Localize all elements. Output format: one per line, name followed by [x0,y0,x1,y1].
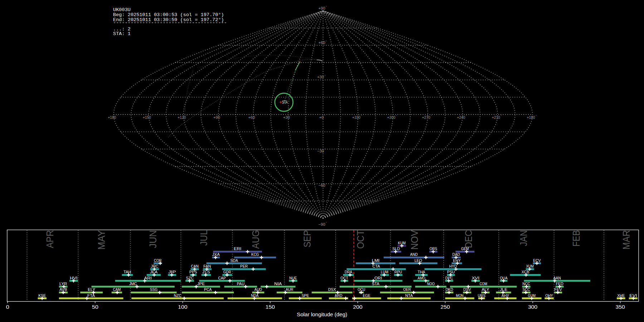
svg-text:OCT: OCT [355,230,366,249]
svg-text:−30°: −30° [317,148,326,153]
svg-text:ARD: ARD [335,293,342,298]
svg-text:AVB: AVB [59,287,67,292]
svg-text:AND: AND [410,252,418,257]
svg-text:AHY: AHY [502,293,509,298]
svg-text:JIP: JIP [168,269,176,274]
svg-text:+210°: +210° [492,115,502,119]
svg-text:NTA: NTA [405,293,413,298]
svg-text:STA: 1: STA: 1 [113,31,131,36]
svg-text:JUN: JUN [147,230,158,248]
svg-text:+120°: +120° [178,115,188,119]
svg-text:ECV: ECV [533,258,541,263]
svg-text:FED: FED [556,281,563,286]
svg-text:KSE: KSE [38,293,46,298]
svg-text:AUD: AUD [254,287,262,292]
svg-text:DSV: DSV [463,287,471,292]
svg-text:STA: STA [282,100,288,105]
svg-text:+30°: +30° [283,115,292,119]
svg-text:MAY: MAY [96,230,107,250]
svg-text:SLD: SLD [392,246,400,251]
svg-text:GUM: GUM [528,293,536,298]
svg-text:50: 50 [92,304,98,310]
svg-text:QUA: QUA [500,275,508,280]
svg-text:150: 150 [265,304,275,310]
svg-text:FAN: FAN [203,264,211,268]
svg-text:UK003U: UK003U [113,7,131,13]
svg-text:JEA: JEA [150,269,158,274]
svg-text:NDA: NDA [251,293,259,298]
svg-text:JPE: JPE [197,281,205,286]
svg-text:ZCS: ZCS [203,269,210,274]
svg-text:ERI: ERI [234,246,241,251]
svg-text:EVI: EVI [629,293,637,298]
svg-text:OHY: OHY [545,293,553,298]
svg-text:NUE: NUE [289,275,297,280]
svg-text:STA: STA [372,281,380,286]
svg-text:350: 350 [616,304,625,310]
svg-text:COM: COM [479,281,487,286]
svg-text:KCG: KCG [251,252,259,257]
svg-text:+330°: +330° [352,115,362,119]
svg-text:+240°: +240° [457,115,467,119]
svg-text:FEB: FEB [570,230,582,247]
svg-text:LYR: LYR [59,281,67,286]
svg-text:DPC: DPC [445,275,453,280]
svg-text:COR: COR [154,258,161,263]
svg-text:200: 200 [353,304,362,310]
svg-text:JAN: JAN [518,230,529,246]
svg-text:SSG: SSG [150,287,157,292]
svg-text:DAD: DAD [452,252,460,257]
svg-text:PPS: PPS [189,269,197,274]
svg-text:GDR: GDR [223,269,231,274]
svg-text:LMI: LMI [372,258,379,263]
svg-text:Beg: 20251011 03:00:53 (sol =: Beg: 20251011 03:00:53 (sol = 197.70°) [113,12,224,18]
svg-text:MON: MON [456,293,463,298]
svg-text:ALY: ALY [482,287,489,292]
svg-text:KUM: KUM [398,240,405,245]
svg-text:CTA: CTA [372,264,380,268]
svg-text:JMC: JMC [129,281,137,286]
svg-text:JRC: JRC [151,264,158,268]
svg-text:FEV: FEV [554,287,562,292]
svg-text:100: 100 [178,304,187,310]
svg-text:AUR: AUR [286,287,293,292]
svg-text:LUM: LUM [381,269,388,274]
svg-text:FTA: FTA [87,293,95,298]
svg-text:AUG: AUG [250,230,261,249]
svg-text:THA: THA [418,269,425,274]
svg-text:URS: URS [478,293,486,298]
svg-text:PAU: PAU [237,281,244,286]
svg-text:CAM: CAM [113,287,121,292]
svg-text:DKD: DKD [445,287,453,292]
svg-text:DRA: DRA [345,269,352,274]
svg-text:0: 0 [6,304,9,310]
svg-text:+150°: +150° [143,115,153,119]
svg-text:LEO: LEO [414,258,422,263]
svg-text:TAH: TAH [123,269,131,274]
svg-text:SDA: SDA [230,258,238,263]
svg-text:SEP: SEP [301,230,313,247]
svg-text:JLE: JLE [500,287,508,292]
svg-text:XVI: XVI [472,275,479,280]
svg-text:AAN: AAN [553,275,561,280]
svg-text:+270°: +270° [422,115,432,119]
svg-text:+300°: +300° [387,115,397,119]
svg-text:RPU: RPU [394,269,402,274]
svg-text:HVI: HVI [70,275,77,280]
svg-text:PSU: PSU [447,269,455,274]
svg-text:APR: APR [44,230,55,248]
svg-text:300: 300 [528,304,537,310]
svg-text:SZC: SZC [186,275,194,280]
svg-text:ORS: ORS [430,246,438,251]
svg-text:NZC: NZC [174,293,181,298]
svg-text:XUM: XUM [526,264,533,268]
svg-text:NIA: NIA [274,281,282,286]
svg-text:HYD: HYD [449,264,457,268]
svg-text:−90°: −90° [318,222,327,226]
svg-text:OCT: OCT [341,275,348,280]
svg-text:+180°: +180° [108,115,118,119]
svg-text:EGE: EGE [363,293,371,298]
svg-text:AMO: AMO [418,275,425,280]
svg-text:ELY: ELY [88,287,96,292]
svg-text:SPE: SPE [302,293,309,298]
